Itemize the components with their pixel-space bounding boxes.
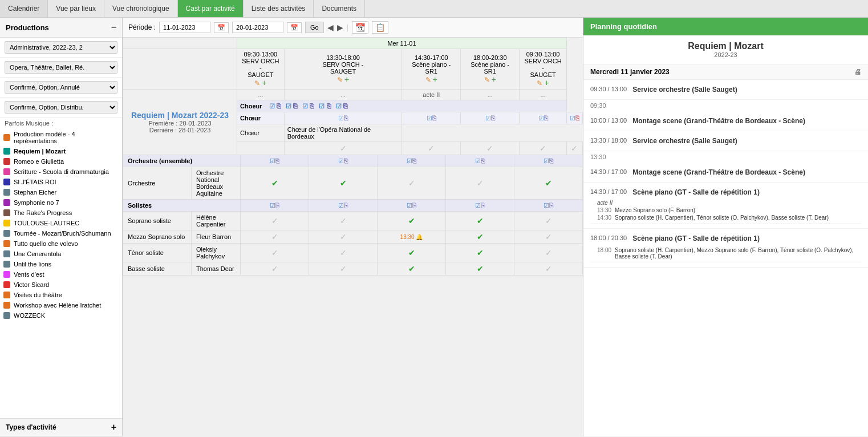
add-session-1-icon[interactable]: +	[262, 78, 266, 87]
list-item-production-modele[interactable]: Production modèle - 4 représentations	[0, 129, 122, 146]
date-start-calendar-button[interactable]: 📅	[214, 22, 229, 33]
list-item-rakes-progress[interactable]: The Rake's Progress	[0, 208, 122, 218]
bas-c5: ✓	[514, 262, 583, 276]
date-start-input[interactable]	[159, 22, 210, 33]
event-scene-piano-2: 18:00 / 20:30 Scène piano (GT - Salle de…	[583, 229, 868, 268]
filter-distribution[interactable]: Confirmé, Option, Distribu.	[5, 101, 117, 114]
orch-s1-icons: ☑⎘	[241, 155, 309, 167]
basse-role: Basse soliste	[123, 262, 192, 276]
list-item-toulouse-lautrec[interactable]: TOULOUSE-LAUTREC	[0, 218, 122, 228]
choeur-copy-3[interactable]: ⎘	[310, 102, 314, 110]
mez-c4: ✔	[446, 230, 514, 244]
go-button[interactable]: Go	[305, 22, 324, 33]
sol-s2-icons: ☑⎘	[309, 200, 378, 212]
print-icon-1[interactable]: 🖨	[854, 68, 861, 76]
next-button[interactable]: ▶	[337, 23, 343, 32]
main-layout: Productions − Administrative, 2022-23, 2…	[0, 18, 868, 436]
nav-vue-par-lieux[interactable]: Vue par lieux	[48, 0, 104, 17]
choeur-checkbox-3[interactable]: ☑	[302, 103, 308, 110]
cg1-s5: ☑⎘	[566, 112, 582, 124]
nav-vue-chronologique[interactable]: Vue chronologique	[104, 0, 178, 17]
edit-session-4-icon[interactable]: ✎	[484, 76, 490, 84]
orch-c3: ✓	[378, 167, 446, 200]
event-title-5: Scène piano (GT - Salle de répétition 1)	[632, 188, 760, 196]
nav-cast-par-activite[interactable]: Cast par activité	[178, 0, 244, 17]
list-item-vents-dest[interactable]: Vents d'est	[0, 269, 122, 280]
date-end-input[interactable]	[232, 22, 283, 33]
event-service-orchestre-2: 13:30 / 18:00 Service orchestre (Salle S…	[583, 131, 868, 151]
color-dot	[3, 199, 10, 206]
list-item-stephan-eicher[interactable]: Stephan Eicher	[0, 187, 122, 197]
choeur-checkbox-1[interactable]: ☑	[269, 103, 275, 110]
edit-session-1-icon[interactable]: ✎	[254, 79, 260, 87]
nav-documents[interactable]: Documents	[314, 0, 365, 17]
sidebar-title: Productions	[6, 23, 49, 32]
list-item-scritture[interactable]: Scritture - Scuola di drammaturgia	[0, 167, 122, 177]
schedule-table: Mer 11-01 09:30-13:00 SERV ORCH - SAUGET…	[123, 38, 583, 155]
sidebar-collapse-button[interactable]: −	[111, 22, 116, 33]
filter-status[interactable]: Confirmé, Option, Annulé	[5, 81, 117, 94]
periode-label: Période :	[128, 23, 156, 31]
add-session-2-icon[interactable]: +	[344, 75, 349, 84]
date-end-calendar-button[interactable]: 📅	[287, 22, 302, 33]
add-session-4-icon[interactable]: +	[492, 75, 496, 84]
orchestre-role: Orchestre	[123, 167, 192, 200]
choeur-copy-5[interactable]: ⎘	[343, 102, 347, 110]
choeur-checkbox-5[interactable]: ☑	[336, 103, 342, 110]
dots-1: ...	[237, 90, 285, 100]
activity-types-add-button[interactable]: +	[111, 422, 116, 432]
bas-c3: ✔	[378, 262, 446, 276]
edit-session-5-icon[interactable]: ✎	[537, 79, 542, 87]
calendar-view-button[interactable]: 📆	[352, 21, 368, 34]
ten-c3: ✔	[378, 244, 446, 262]
nav-liste-activites[interactable]: Liste des activités	[244, 0, 314, 17]
color-dot	[3, 250, 10, 257]
list-item-victor-sicard[interactable]: Victor Sicard	[0, 280, 122, 290]
list-item-tutto-quello[interactable]: Tutto quello che volevo	[0, 238, 122, 249]
list-item-wozzeck[interactable]: WOZZECK	[0, 310, 122, 321]
center-area: Période : 📅 📅 Go ◀ ▶ | 📆 📋 Mer 11-01	[123, 18, 583, 436]
edit-session-3-icon[interactable]: ✎	[425, 76, 431, 84]
basse-name: Thomas Dear	[192, 262, 241, 276]
prev-button[interactable]: ◀	[327, 23, 334, 32]
color-dot	[3, 271, 10, 278]
color-dot	[3, 209, 10, 216]
choeur-checkbox-2[interactable]: ☑	[286, 103, 291, 110]
add-session-5-icon[interactable]: +	[545, 78, 549, 87]
color-dot	[3, 134, 10, 141]
dots-4: ...	[520, 90, 567, 100]
schedule-area: Mer 11-01 09:30-13:00 SERV ORCH - SAUGET…	[123, 38, 583, 436]
sidebar-filter-1: Administrative, 2022-23, 2	[0, 38, 122, 58]
bas-c4: ✔	[446, 262, 514, 276]
ten-c5: ✓	[514, 244, 583, 262]
list-item-workshop-helene[interactable]: Workshop avec Hélène Iratchet	[0, 300, 122, 310]
edit-session-2-icon[interactable]: ✎	[337, 76, 343, 84]
nav-calendrier[interactable]: Calendrier	[0, 0, 48, 17]
list-item-une-cenerentola[interactable]: Une Cenerentola	[0, 249, 122, 259]
choeur-copy-2[interactable]: ⎘	[293, 102, 297, 110]
list-item-tournee[interactable]: Tournée - Mozart/Bruch/Schumann	[0, 228, 122, 238]
list-item-romeo-giulietta[interactable]: Romeo e Giulietta	[0, 156, 122, 167]
tenor-role: Ténor soliste	[123, 244, 192, 262]
list-item-symphonie-7[interactable]: Symphonie no 7	[0, 197, 122, 208]
sol-s3-icons: ☑⎘	[378, 200, 446, 212]
rp-date-label: Mercredi 11 janvier 2023	[590, 68, 670, 76]
event-time-3: 13:30 / 18:00	[590, 137, 627, 144]
choeur-checkbox-4[interactable]: ☑	[319, 103, 325, 110]
color-dot	[3, 281, 10, 288]
add-session-3-icon[interactable]: +	[433, 75, 437, 84]
simple-time-1330: 13:30	[583, 151, 868, 163]
list-view-button[interactable]: 📋	[372, 21, 388, 34]
list-item-visites-theatre[interactable]: Visites du théâtre	[0, 290, 122, 300]
list-item-requiem-mozart[interactable]: Requiem | Mozart	[0, 146, 122, 156]
list-item-until-lions[interactable]: Until the lions	[0, 259, 122, 269]
list-item-si-jetais-roi[interactable]: SI J'ÉTAIS ROI	[0, 177, 122, 187]
filter-administrative[interactable]: Administrative, 2022-23, 2	[5, 41, 117, 54]
choeur-copy-1[interactable]: ⎘	[277, 102, 281, 110]
filter-type[interactable]: Opera, Théâtre, Ballet, Ré.	[5, 61, 117, 74]
choeur-role: Chœur	[237, 124, 285, 142]
choeur-copy-4[interactable]: ⎘	[327, 102, 331, 110]
choeur-c4: ✓	[520, 142, 567, 155]
rp-title-main: Requiem | Mozart	[589, 41, 862, 51]
cg1-s3: ☑⎘	[461, 112, 520, 124]
